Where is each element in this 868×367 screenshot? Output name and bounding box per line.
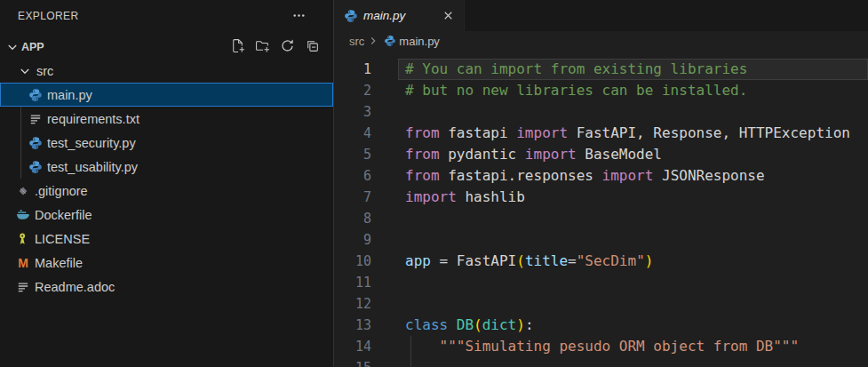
gutter-spacer [371, 336, 398, 357]
new-folder-icon [255, 38, 270, 57]
more-actions-button[interactable] [289, 6, 308, 26]
collapse-all-button[interactable] [301, 36, 323, 58]
line-number[interactable]: 9 [335, 229, 371, 251]
code-line-content[interactable] [398, 101, 868, 123]
code-line-content[interactable]: app = FastAPI(title="SecDim") [398, 251, 868, 272]
tree-item-label: requirements.txt [47, 112, 139, 126]
code-line-content[interactable]: from pydantic import BaseModel [398, 144, 868, 165]
tree-item-label: .gitignore [35, 184, 88, 198]
line-number[interactable]: 2 [335, 80, 371, 101]
line-number[interactable]: 8 [335, 208, 371, 229]
gutter-spacer [371, 144, 398, 165]
tree-item-makefile[interactable]: MMakefile [0, 251, 333, 275]
line-number[interactable]: 15 [335, 357, 371, 367]
tree-item-readme-adoc[interactable]: Readme.adoc [0, 275, 333, 299]
refresh-icon [280, 38, 295, 57]
line-number[interactable]: 12 [335, 293, 371, 315]
code-line-5[interactable]: 5from pydantic import BaseModel [335, 144, 868, 165]
code-line-content[interactable]: # You can import from existing libraries [398, 59, 868, 80]
code-line-2[interactable]: 2# but no new libraries can be installed… [335, 80, 868, 101]
chevron-down-icon [18, 64, 32, 78]
line-number[interactable]: 3 [335, 101, 371, 123]
section-header-app[interactable]: APP [0, 36, 333, 59]
tree-item-label: main.py [47, 88, 92, 102]
gutter-spacer [371, 123, 398, 144]
file-tree: srcmain.pyrequirements.txttest_security.… [0, 59, 333, 299]
python-icon [28, 160, 43, 174]
code-line-12[interactable]: 12 [335, 293, 868, 315]
gutter-spacer [371, 251, 398, 272]
tree-item-label: Readme.adoc [35, 280, 115, 294]
tree-item-label: LICENSE [35, 232, 90, 246]
tree-item-test-security-py[interactable]: test_security.py [0, 131, 333, 155]
tree-item-src[interactable]: src [0, 59, 333, 83]
collapse-all-icon [305, 38, 320, 57]
code-line-content[interactable] [398, 272, 868, 293]
code-line-15[interactable]: 15 [335, 357, 868, 367]
code-line-11[interactable]: 11 [335, 272, 868, 293]
code-line-content[interactable] [398, 293, 868, 315]
line-number[interactable]: 13 [335, 315, 371, 336]
code-line-7[interactable]: 7import hashlib [335, 187, 868, 208]
code-line-8[interactable]: 8 [335, 208, 868, 229]
code-line-1[interactable]: 1# You can import from existing librarie… [335, 59, 868, 80]
code-line-content[interactable]: import hashlib [398, 187, 868, 208]
line-number[interactable]: 14 [335, 336, 371, 357]
refresh-button[interactable] [276, 36, 298, 58]
editor-tab-bar: main.py [335, 0, 868, 31]
line-number[interactable]: 5 [335, 144, 371, 165]
line-number[interactable]: 4 [335, 123, 371, 144]
code-line-9[interactable]: 9 [335, 229, 868, 251]
editor-group: main.py srcmain.py 1# You can import fro… [335, 0, 868, 367]
code-line-content[interactable]: # but no new libraries can be installed. [398, 80, 868, 101]
breadcrumb-separator-icon [367, 35, 379, 47]
code-line-content[interactable] [398, 229, 868, 251]
tree-item-label: test_usability.py [47, 160, 138, 174]
code-line-6[interactable]: 6from fastapi.responses import JSONRespo… [335, 165, 868, 187]
code-line-content[interactable] [398, 357, 868, 367]
chevron-down-icon [5, 40, 20, 54]
line-number[interactable]: 11 [335, 272, 371, 293]
tab-main-py[interactable]: main.py [335, 0, 465, 31]
tree-item-license[interactable]: LICENSE [0, 227, 333, 251]
breadcrumb-item-main-py[interactable]: main.py [399, 35, 440, 48]
tree-item-gitignore[interactable]: .gitignore [0, 179, 333, 203]
gutter-spacer [371, 293, 398, 315]
new-folder-button[interactable] [251, 36, 273, 58]
code-line-10[interactable]: 10app = FastAPI(title="SecDim") [335, 251, 868, 272]
gutter-spacer [371, 187, 398, 208]
code-line-content[interactable]: class DB(dict): [398, 315, 868, 336]
code-line-4[interactable]: 4from fastapi import FastAPI, Response, … [335, 123, 868, 144]
code-line-content[interactable] [398, 208, 868, 229]
tree-item-label: test_security.py [47, 136, 136, 150]
line-number[interactable]: 1 [335, 59, 371, 80]
code-line-content[interactable]: from fastapi.responses import JSONRespon… [398, 165, 868, 187]
breadcrumb-item-src[interactable]: src [349, 35, 364, 48]
tree-item-test-usability-py[interactable]: test_usability.py [0, 155, 333, 179]
code-line-3[interactable]: 3 [335, 101, 868, 123]
gutter-spacer [371, 101, 398, 123]
close-icon[interactable] [439, 7, 457, 25]
new-file-button[interactable] [227, 36, 248, 58]
line-number[interactable]: 7 [335, 187, 371, 208]
gutter-spacer [371, 357, 398, 367]
code-line-13[interactable]: 13class DB(dict): [335, 315, 868, 336]
git-icon [16, 184, 30, 198]
tree-item-label: Dockerfile [35, 208, 92, 222]
code-line-content[interactable]: from fastapi import FastAPI, Response, H… [398, 123, 868, 144]
code-line-14[interactable]: 14 """Simulating pesudo ORM object from … [335, 336, 868, 357]
gutter-spacer [371, 229, 398, 251]
code-line-content[interactable]: """Simulating pesudo ORM object from DB"… [398, 336, 868, 357]
tree-item-dockerfile[interactable]: Dockerfile [0, 203, 333, 227]
gutter-spacer [371, 208, 398, 229]
text-lines-icon [16, 280, 30, 294]
line-number[interactable]: 6 [335, 165, 371, 187]
gutter-spacer [371, 165, 398, 187]
code-editor[interactable]: 1# You can import from existing librarie… [335, 51, 868, 367]
explorer-actions [227, 36, 333, 58]
tree-item-requirements-txt[interactable]: requirements.txt [0, 107, 333, 131]
tree-item-main-py[interactable]: main.py [0, 83, 333, 107]
gutter-spacer [371, 80, 398, 101]
tree-item-label: Makefile [35, 256, 83, 270]
line-number[interactable]: 10 [335, 251, 371, 272]
